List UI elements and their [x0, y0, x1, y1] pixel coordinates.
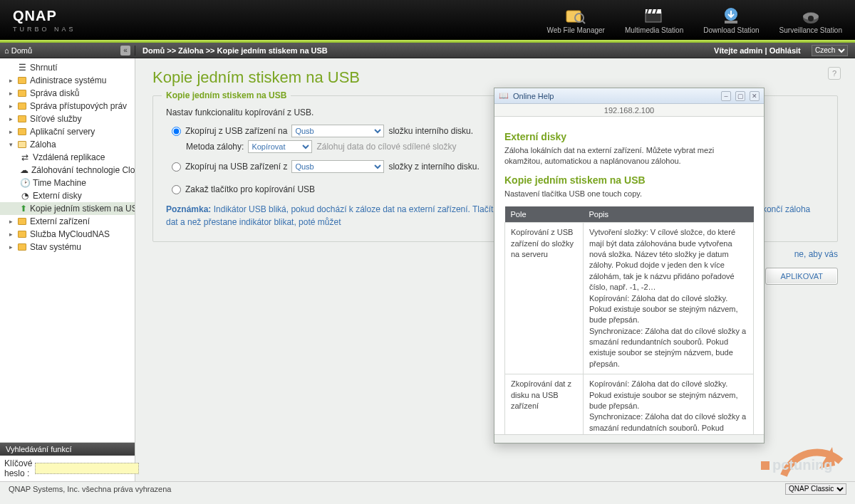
help-address: 192.168.2.100	[494, 104, 764, 117]
svg-line-2	[582, 21, 585, 23]
search-label: Klíčové heslo :	[4, 458, 32, 478]
sidebar-item-system-status[interactable]: ▸Stav systému	[0, 241, 135, 253]
nav-tree: ☰Shrnutí ▸Adinistrace systému ▸Správa di…	[0, 58, 135, 442]
expand-icon[interactable]: ▸	[7, 243, 14, 251]
home-icon: ⌂	[4, 46, 9, 55]
table-row: Zkopírování dat z disku na USB zařízeníK…	[505, 374, 754, 434]
help-paragraph: Záloha lokálních dat na externí zařízení…	[504, 145, 754, 167]
replication-icon: ⇄	[20, 153, 30, 162]
expand-icon[interactable]: ▸	[7, 231, 14, 238]
book-icon: 📖	[499, 91, 509, 100]
brand-logo: QNAP	[13, 8, 76, 24]
clock-icon: 🕑	[20, 179, 30, 187]
folder-icon	[17, 243, 27, 251]
note-extension-link[interactable]: ne, aby vás	[794, 249, 838, 259]
table-header: Popis	[584, 206, 754, 223]
svg-rect-3	[646, 12, 661, 22]
sidebar-item-label: Time Machine	[33, 178, 86, 188]
folder-icon	[17, 230, 27, 238]
expand-icon[interactable]: ▸	[7, 128, 14, 135]
search-title: Vyhledávání funkcí	[0, 443, 135, 456]
folder-icon	[17, 89, 27, 98]
sidebar-item-time-machine[interactable]: 🕑Time Machine	[0, 177, 135, 189]
sidebar-item-external-disks[interactable]: ◔Externí disky	[0, 189, 135, 202]
option-label: Zkopíruj z USB zařízení na	[185, 126, 287, 136]
sidebar-item-label: Externí disky	[33, 191, 82, 201]
folder-icon	[17, 217, 27, 226]
radio-to-usb[interactable]	[172, 162, 181, 172]
sidebar-item-label: Síťové služby	[30, 114, 82, 124]
table-header: Pole	[505, 206, 584, 223]
collapse-icon[interactable]: ▾	[7, 141, 14, 148]
sidebar-item-external-devices[interactable]: ▸Externí zařízení	[0, 215, 135, 228]
resize-handle[interactable]	[494, 434, 764, 443]
expand-icon[interactable]: ▸	[7, 103, 14, 110]
sidebar-item-app-servers[interactable]: ▸Aplikační servery	[0, 125, 135, 138]
minimize-button[interactable]: –	[721, 91, 731, 101]
sidebar-item-label: Správa disků	[30, 88, 79, 98]
app-web-file-manager[interactable]: Web File Manager	[546, 6, 605, 34]
app-label: Surveillance Station	[779, 26, 842, 34]
radio-from-usb[interactable]	[172, 127, 181, 136]
footer: QNAP Systems, Inc. všechna práva vyhraze…	[0, 481, 855, 495]
folder-icon	[17, 76, 27, 85]
sidebar-item-summary[interactable]: ☰Shrnutí	[0, 61, 135, 74]
sidebar-item-label: Shrnutí	[30, 63, 58, 73]
top-header: QNAP TURBO NAS Web File Manager Multimed…	[0, 0, 855, 40]
help-window-titlebar[interactable]: 📖 Online Help – ▢ ✕	[494, 88, 764, 104]
help-heading: Kopie jedním stiskem na USB	[504, 174, 754, 186]
app-multimedia-station[interactable]: Multimedia Station	[625, 6, 683, 34]
list-icon: ☰	[17, 63, 27, 72]
app-label: Multimedia Station	[625, 26, 683, 34]
expand-icon[interactable]: ▸	[7, 218, 14, 225]
app-download-station[interactable]: Download Station	[703, 6, 759, 34]
expand-icon[interactable]: ▸	[7, 115, 14, 122]
sidebar-item-cloud-backup[interactable]: ☁Zálohování technologie Cloud	[0, 164, 135, 177]
expand-icon[interactable]: ▸	[7, 90, 14, 97]
brand: QNAP TURBO NAS	[13, 8, 76, 33]
sidebar: ☰Shrnutí ▸Adinistrace systému ▸Správa di…	[0, 58, 135, 481]
brand-subtitle: TURBO NAS	[13, 26, 76, 33]
sidebar-item-access-rights[interactable]: ▸Správa přístupových práv	[0, 100, 135, 112]
sidebar-item-remote-replication[interactable]: ⇄Vzdálená replikace	[0, 151, 135, 164]
target-folder-select[interactable]: Qusb	[291, 125, 384, 137]
sidebar-item-label: Kopie jedním stiskem na USB	[30, 204, 135, 214]
help-paragraph: Nastavení tlačítka USB one touch copy.	[504, 189, 754, 199]
home-label: Domů	[11, 46, 32, 55]
close-button[interactable]: ✕	[750, 91, 760, 101]
collapse-sidebar-button[interactable]: «	[120, 46, 130, 56]
breadcrumb: Domů >> Záloha >> Kopie jedním stiskem n…	[135, 46, 707, 55]
maximize-button[interactable]: ▢	[735, 91, 745, 101]
sidebar-item-label: Externí zařízení	[30, 216, 90, 226]
sidebar-item-label: Vzdálená replikace	[33, 152, 105, 162]
help-window[interactable]: 📖 Online Help – ▢ ✕ 192.168.2.100 Extern…	[494, 88, 765, 443]
sidebar-item-network-services[interactable]: ▸Síťové služby	[0, 112, 135, 125]
sidebar-item-mycloudnas[interactable]: ▸Služba MyCloudNAS	[0, 228, 135, 241]
help-button[interactable]: ?	[828, 67, 841, 80]
folder-icon	[17, 127, 27, 136]
welcome-text[interactable]: Vítejte admin | Odhlásit	[714, 46, 801, 54]
expand-icon[interactable]: ▸	[7, 77, 14, 84]
sidebar-item-usb-one-touch[interactable]: ⬆Kopie jedním stiskem na USB	[0, 202, 135, 215]
backup-method-select[interactable]: Kopírovat	[248, 140, 312, 153]
fieldset-legend: Kopie jedním stiskem na USB	[162, 90, 291, 100]
search-input[interactable]	[35, 463, 139, 474]
page-title: Kopie jedním stiskem na USB	[152, 68, 838, 87]
usb-icon: ⬆	[20, 204, 27, 213]
language-selector[interactable]: Czech	[812, 45, 848, 56]
folder-search-icon	[565, 6, 586, 25]
option-label: Zakaž tlačítko pro kopírování USB	[185, 184, 315, 194]
sidebar-header: ⌂ Domů «	[0, 46, 135, 56]
sidebar-item-system-admin[interactable]: ▸Adinistrace systému	[0, 74, 135, 87]
table-row: Kopírování z USB zařízení do složky na s…	[505, 223, 754, 374]
method-note: Zálohuj data do cílové sdílené složky	[316, 142, 456, 152]
sidebar-item-disk-management[interactable]: ▸Správa disků	[0, 87, 135, 100]
apply-button[interactable]: APLIKOVAT	[765, 268, 838, 285]
radio-disable[interactable]	[172, 185, 181, 194]
source-folder-select[interactable]: Qusb	[291, 160, 384, 173]
sidebar-item-backup[interactable]: ▾Záloha	[0, 138, 135, 151]
theme-selector[interactable]: QNAP Classic	[785, 483, 846, 495]
sidebar-item-label: Adinistrace systému	[30, 75, 106, 85]
sidebar-search: Vyhledávání funkcí Klíčové heslo :	[0, 442, 135, 481]
app-surveillance-station[interactable]: Surveillance Station	[779, 6, 842, 34]
